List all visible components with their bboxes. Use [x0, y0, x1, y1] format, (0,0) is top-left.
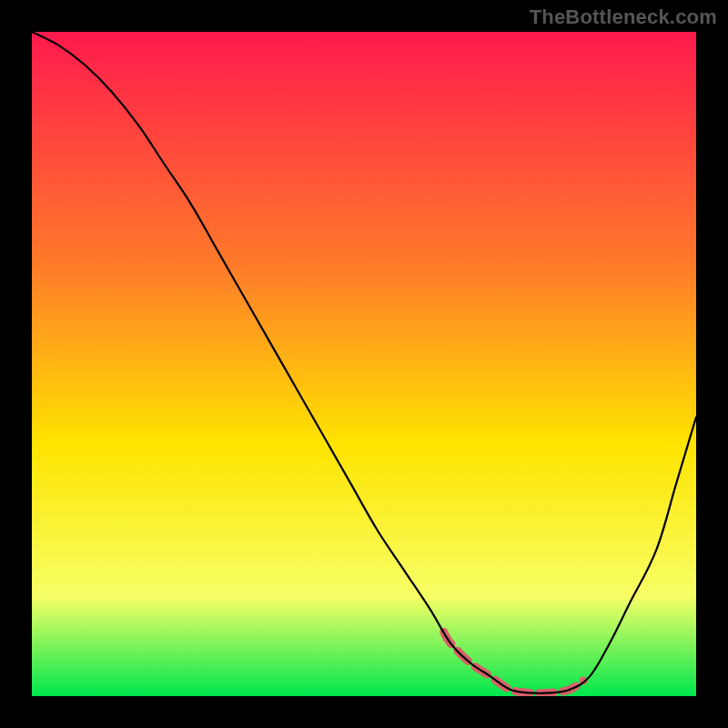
watermark-text: TheBottleneck.com	[530, 5, 717, 29]
chart-svg	[32, 32, 696, 696]
plot-area	[32, 32, 696, 696]
gradient-background	[32, 32, 696, 696]
chart-container: TheBottleneck.com	[0, 0, 728, 728]
